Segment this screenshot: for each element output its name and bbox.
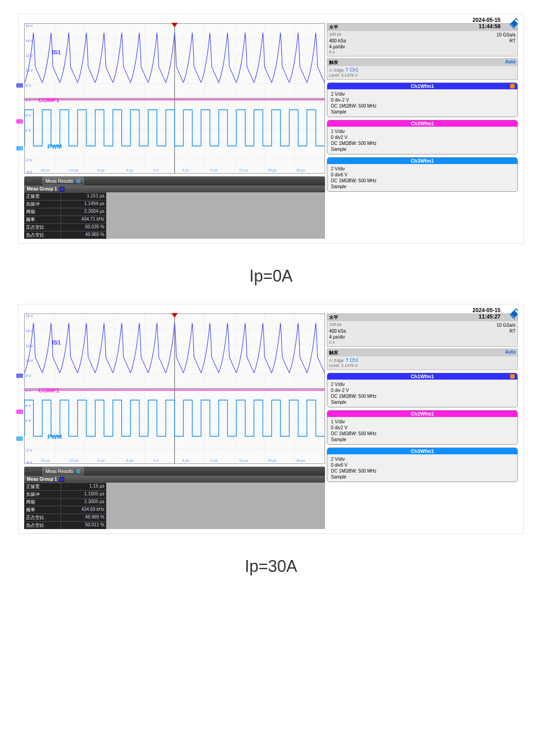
yaxis-label: 8 V	[26, 83, 31, 87]
xaxis-label: 20 µs	[296, 168, 305, 172]
meas-results-bar: Meas Results⊠	[24, 467, 325, 476]
oscilloscope-graticule[interactable]: 16 V14 V12 V10 V8 V6 V4 V2 V-2 V-4 V-16 …	[24, 314, 325, 464]
comp1-label: COMP1	[38, 387, 59, 394]
meas-row: 周期2.3005 µs	[24, 498, 325, 506]
trigger-marker-icon	[171, 23, 178, 28]
ch2-marker-icon: C2	[16, 410, 23, 414]
yaxis-label: 4 V	[26, 404, 31, 408]
xaxis-label: -8 µs	[97, 168, 105, 172]
channel-box-2[interactable]: Ch2Wfm11 V/div0 div2 VDC 1MΩBW: 500 MHzS…	[327, 120, 518, 154]
yaxis-label: 2 V	[26, 419, 31, 423]
pwm-label: PWM	[47, 433, 62, 440]
yaxis-label: 6 V	[26, 98, 31, 103]
active-indicator-icon	[510, 84, 515, 88]
meas-results-tab[interactable]: Meas Results⊠	[42, 177, 84, 185]
scope-panel: 2024-05-1511:44:5916 V14 V12 V10 V8 V6 V…	[18, 14, 524, 244]
ch-color-icon	[60, 187, 64, 191]
yaxis-label: -2 V	[26, 448, 32, 453]
meas-row: 负占空比49.965 %	[24, 231, 325, 239]
xaxis-label: 0 s	[154, 168, 159, 172]
yaxis-label: 2 V	[26, 129, 31, 133]
meas-results-bar: Meas Results⊠	[24, 176, 325, 185]
channel-box-3[interactable]: Ch3Wfm12 V/div0 div6 VDC 1MΩBW: 500 MHzS…	[327, 157, 518, 192]
edge-icon: ⤒	[345, 358, 349, 363]
yaxis-label: -2 V	[26, 158, 32, 162]
rohde-schwarz-logo-icon	[506, 307, 518, 320]
active-indicator-icon	[510, 374, 515, 379]
timestamp: 2024-05-1511:44:59	[473, 17, 501, 30]
panel-caption: Ip=0A	[18, 257, 524, 304]
xaxis-label: -4 µs	[125, 458, 133, 463]
channel-box-1[interactable]: Ch1Wfm12 V/div0 div-2 VDC 1MΩBW: 500 MHz…	[327, 373, 518, 407]
meas-results-tab[interactable]: Meas Results⊠	[42, 467, 84, 475]
ch3-marker-icon: C3	[16, 437, 23, 441]
xaxis-label: 12 µs	[239, 458, 248, 463]
ch-color-icon	[60, 477, 64, 482]
xaxis-label: 8 µs	[211, 168, 217, 172]
channel-box-1[interactable]: Ch1Wfm12 V/div0 div-2 VDC 1MΩBW: 500 MHz…	[327, 82, 518, 117]
yaxis-label: 14 V	[26, 39, 33, 43]
meas-table: Meas Group 1正脉宽1.151 µs负脉冲1.1494 µs周期2.3…	[24, 185, 325, 239]
xaxis-label: 4 µs	[182, 458, 189, 463]
edge-icon: ⤒	[345, 67, 349, 72]
trigger-info[interactable]: 触发AutoA: Edge ⤒ Ch1Level: 2.1479 V	[327, 349, 518, 370]
yaxis-label: -4 V	[26, 170, 32, 174]
meas-row: 正脉宽1.151 µs	[24, 192, 325, 200]
yaxis-label: 16 V	[26, 314, 33, 318]
meas-row: 负脉冲1.1494 µs	[24, 200, 325, 208]
xaxis-label: 0 s	[154, 458, 159, 463]
ch3-marker-icon: C3	[16, 146, 23, 150]
meas-table: Meas Group 1正脉宽1.15 µs负脉冲1.1505 µs周期2.30…	[24, 476, 325, 529]
trigger-marker-icon	[171, 313, 178, 319]
yaxis-label: -4 V	[26, 460, 32, 464]
trigger-info[interactable]: 触发AutoA: Edge ⤒ Ch1Level: 2.1479 V	[327, 58, 518, 80]
meas-row: 正脉宽1.15 µs	[24, 483, 325, 490]
xaxis-label: 4 µs	[182, 168, 189, 172]
close-icon[interactable]: ⊠	[76, 178, 81, 184]
pwm-label: PWM	[47, 143, 62, 150]
channel-box-3[interactable]: Ch3Wfm12 V/div0 div6 VDC 1MΩBW: 500 MHzS…	[327, 447, 518, 482]
is1-label: IS1	[52, 49, 61, 56]
yaxis-label: 12 V	[26, 344, 33, 348]
comp1-label: COMP1	[38, 97, 59, 103]
timestamp: 2024-05-1511:45:27	[473, 307, 501, 320]
rohde-schwarz-logo-icon	[506, 17, 518, 30]
yaxis-label: 4 V	[26, 113, 31, 118]
xaxis-label: -12 µs	[68, 168, 78, 172]
panel-caption: Ip=30A	[18, 548, 524, 594]
meas-group-header: Meas Group 1	[24, 185, 325, 192]
xaxis-label: -8 µs	[97, 458, 105, 463]
xaxis-label: 12 µs	[239, 168, 248, 172]
ch1-marker-icon: C1	[16, 374, 23, 378]
xaxis-label: -16 µs	[40, 458, 50, 463]
is1-label: IS1	[52, 339, 61, 346]
yaxis-label: 10 V	[26, 359, 33, 363]
yaxis-label: 8 V	[26, 374, 31, 378]
meas-row: 正占空比50.035 %	[24, 223, 325, 231]
svg-marker-6	[171, 313, 178, 318]
meas-group-header: Meas Group 1	[24, 476, 325, 483]
xaxis-label: -4 µs	[125, 168, 133, 172]
channel-box-2[interactable]: Ch2Wfm11 V/div0 div2 VDC 1MΩBW: 500 MHzS…	[327, 410, 518, 445]
xaxis-label: 16 µs	[268, 458, 277, 463]
yaxis-label: 6 V	[26, 389, 31, 393]
meas-row: 负占空比50.011 %	[24, 521, 325, 529]
xaxis-label: 8 µs	[211, 458, 217, 463]
xaxis-label: 16 µs	[268, 168, 277, 172]
yaxis-label: 10 V	[26, 68, 33, 72]
scope-panel: 2024-05-1511:45:2716 V14 V12 V10 V8 V6 V…	[18, 304, 524, 534]
yaxis-label: 16 V	[26, 24, 33, 28]
meas-row: 周期2.3004 µs	[24, 208, 325, 216]
oscilloscope-graticule[interactable]: 16 V14 V12 V10 V8 V6 V4 V2 V-2 V-4 V-16 …	[24, 23, 325, 174]
ch2-marker-icon: C2	[16, 119, 23, 123]
ch1-marker-icon: C1	[16, 83, 23, 87]
close-icon[interactable]: ⊠	[76, 468, 81, 474]
meas-row: 负脉冲1.1505 µs	[24, 490, 325, 498]
yaxis-label: 14 V	[26, 329, 33, 333]
meas-row: 正占空比49.989 %	[24, 514, 325, 521]
xaxis-label: -12 µs	[68, 458, 78, 463]
xaxis-label: 20 µs	[296, 458, 305, 463]
svg-marker-2	[171, 23, 178, 27]
meas-row: 频率434.71 kHz	[24, 216, 325, 223]
yaxis-label: 12 V	[26, 54, 33, 58]
